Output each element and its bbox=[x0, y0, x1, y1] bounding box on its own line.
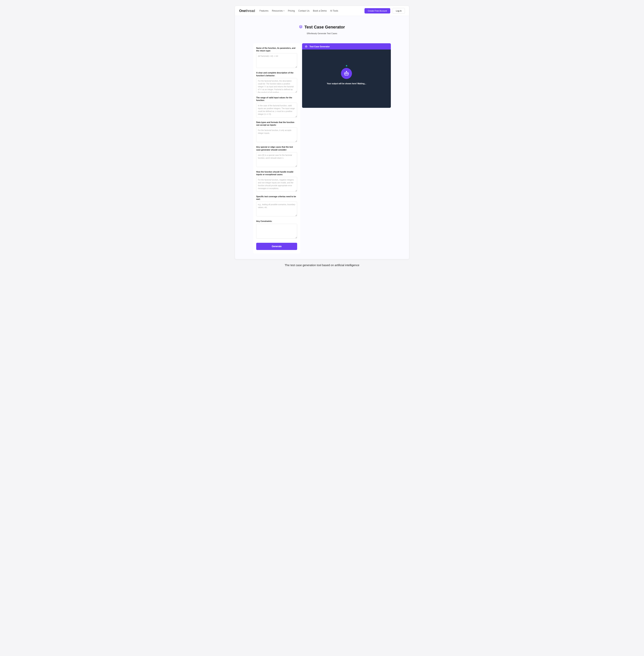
nav: Features Resources ▾ Pricing Contact Us … bbox=[259, 9, 338, 12]
svg-rect-1 bbox=[305, 46, 307, 47]
nav-pricing[interactable]: Pricing bbox=[288, 9, 295, 12]
form-group-2: The range of valid input values for the … bbox=[256, 96, 297, 118]
create-account-button[interactable]: Create Free Account bbox=[365, 8, 390, 14]
form-textarea-7[interactable] bbox=[256, 224, 297, 239]
form-textarea-6[interactable] bbox=[256, 202, 297, 216]
nav-demo-label: Book a Demo bbox=[313, 9, 327, 12]
form-label-1: A clear and complete description of the … bbox=[256, 71, 297, 77]
form-group-0: Name of the function, its parameters, an… bbox=[256, 47, 297, 69]
page-subtitle: Effortlessly Generate Test Cases bbox=[239, 32, 405, 35]
svg-point-9 bbox=[346, 73, 346, 74]
layers-icon bbox=[299, 25, 302, 29]
nav-resources-label: Resources bbox=[272, 9, 283, 12]
form-card: Name of the function, its parameters, an… bbox=[253, 43, 300, 254]
nav-ai-tools-label: AI Tools bbox=[330, 9, 338, 12]
form-textarea-5[interactable] bbox=[256, 177, 297, 192]
form-label-6: Specific test coverage criterias need to… bbox=[256, 195, 297, 200]
output-body: Your output will be shown here! Waiting.… bbox=[302, 49, 391, 108]
form-textarea-1[interactable] bbox=[256, 78, 297, 93]
chevron-down-icon: ▾ bbox=[283, 10, 284, 12]
svg-point-10 bbox=[347, 73, 347, 74]
status-dot bbox=[346, 65, 347, 66]
login-button[interactable]: Log In bbox=[393, 8, 405, 14]
caption: The test case generation tool based on a… bbox=[235, 263, 409, 267]
output-header: Test Case Generator bbox=[302, 43, 391, 49]
svg-point-3 bbox=[306, 46, 306, 47]
form-label-4: Any special or edge cases that the test … bbox=[256, 146, 297, 151]
nav-contact[interactable]: Contact Us bbox=[298, 9, 309, 12]
nav-features-label: Features bbox=[259, 9, 268, 12]
nav-ai-tools[interactable]: AI Tools bbox=[330, 9, 338, 12]
form-label-0: Name of the function, its parameters, an… bbox=[256, 47, 297, 52]
robot-icon bbox=[305, 45, 307, 48]
nav-contact-label: Contact Us bbox=[298, 9, 309, 12]
nav-demo[interactable]: Book a Demo bbox=[313, 9, 327, 12]
output-card: Test Case Generator bbox=[302, 43, 391, 108]
app-frame: Onethread Features Resources ▾ Pricing C… bbox=[235, 6, 409, 259]
nav-resources[interactable]: Resources ▾ bbox=[272, 9, 284, 12]
svg-rect-8 bbox=[345, 72, 348, 75]
generate-button[interactable]: Generate bbox=[256, 243, 297, 250]
brand-thread: thread bbox=[246, 9, 255, 13]
header: Onethread Features Resources ▾ Pricing C… bbox=[235, 6, 409, 16]
form-group-4: Any special or edge cases that the test … bbox=[256, 146, 297, 168]
form-group-5: How the function should handle invalid i… bbox=[256, 171, 297, 193]
form-textarea-2[interactable] bbox=[256, 103, 297, 117]
form-textarea-4[interactable] bbox=[256, 152, 297, 167]
form-group-1: A clear and complete description of the … bbox=[256, 71, 297, 93]
form-group-7: Any Constraints: bbox=[256, 220, 297, 239]
form-label-2: The range of valid input values for the … bbox=[256, 96, 297, 102]
form-label-7: Any Constraints: bbox=[256, 220, 297, 222]
hero: Test Case Generator Effortlessly Generat… bbox=[235, 16, 409, 41]
form-group-3: Data types and formats that the function… bbox=[256, 121, 297, 143]
form-label-5: How the function should handle invalid i… bbox=[256, 171, 297, 176]
output-message: Your output will be shown here! Waiting.… bbox=[327, 82, 366, 85]
content: Name of the function, its parameters, an… bbox=[235, 41, 409, 259]
brand-logo[interactable]: Onethread bbox=[239, 9, 255, 13]
svg-marker-0 bbox=[299, 25, 302, 27]
page-title: Test Case Generator bbox=[304, 25, 345, 29]
output-header-title: Test Case Generator bbox=[309, 45, 330, 48]
form-group-6: Specific test coverage criterias need to… bbox=[256, 195, 297, 217]
nav-pricing-label: Pricing bbox=[288, 9, 295, 12]
brand-one: One bbox=[239, 9, 246, 13]
form-label-3: Data types and formats that the function… bbox=[256, 121, 297, 126]
form-textarea-0[interactable] bbox=[256, 53, 297, 68]
svg-point-12 bbox=[346, 71, 347, 72]
nav-features[interactable]: Features bbox=[259, 9, 268, 12]
robot-avatar bbox=[341, 68, 352, 79]
form-textarea-3[interactable] bbox=[256, 127, 297, 142]
